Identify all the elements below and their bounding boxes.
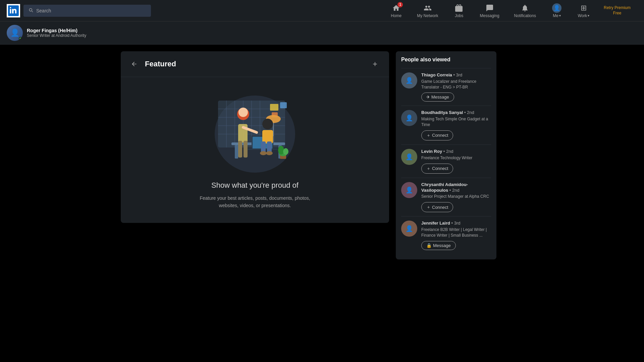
person-info: Boudhaditya Sanyal • 2nd Making Tech Sim… — [421, 110, 491, 140]
nav-work-label: Work ▾ — [578, 13, 590, 18]
connect-button[interactable]: ＋ Connect — [421, 164, 453, 174]
back-button[interactable] — [129, 59, 140, 69]
linkedin-logo[interactable] — [7, 4, 20, 17]
svg-rect-27 — [244, 141, 248, 158]
person-info: Jennifer Laird • 3rd Freelance B2B Write… — [421, 221, 491, 250]
nav-my-network-label: My Network — [417, 13, 438, 18]
message-icon: ✈ — [426, 95, 430, 100]
featured-content: Show what you're proud of Feature your b… — [121, 77, 389, 223]
person-avatar: 👤 — [401, 72, 417, 88]
nav-notifications-label: Notifications — [514, 13, 536, 18]
nav-me-label: Me ▾ — [553, 13, 561, 18]
person-item: 👤 Thiago Correia • 3rd Game Localizer an… — [401, 68, 491, 106]
grid-icon: ⊞ — [581, 4, 587, 12]
nav-me[interactable]: 👤 Me ▾ — [543, 0, 570, 21]
person-degree: • 2nd — [464, 110, 474, 115]
search-icon — [28, 7, 34, 14]
person-degree: • 3rd — [453, 72, 462, 77]
profile-info: Roger Fingas (He/Him) Senior Writer at A… — [27, 28, 86, 38]
profile-name: Roger Fingas (He/Him) — [27, 28, 86, 33]
person-degree: • 2nd — [449, 188, 460, 193]
retry-premium-button[interactable]: Retry Premium Free — [597, 5, 637, 16]
nav-home-label: Home — [391, 13, 401, 18]
svg-point-29 — [262, 119, 273, 129]
search-input[interactable] — [36, 8, 146, 13]
nav-notifications[interactable]: Notifications — [507, 0, 543, 21]
main-content: Featured + — [0, 45, 644, 266]
person-degree: • 3rd — [451, 221, 461, 226]
person-info: Chrysanthi Adamidou-Vasilopoulos • 2nd S… — [421, 182, 491, 213]
connect-button[interactable]: ＋ Connect — [421, 202, 453, 212]
plus-icon: ＋ — [426, 204, 431, 210]
person-title: Senior Project Manager at Alpha CRC — [421, 194, 491, 199]
plus-icon: ＋ — [426, 166, 431, 172]
person-title: Game Localizer and Freelance Translator … — [421, 79, 491, 90]
message-locked-button[interactable]: 🔒 Message — [421, 241, 456, 250]
svg-rect-12 — [270, 104, 278, 111]
featured-illustration — [121, 77, 389, 181]
svg-point-33 — [260, 151, 267, 155]
people-viewed-title: People also viewed — [401, 57, 491, 63]
svg-point-38 — [283, 148, 288, 155]
person-item: 👤 Boudhaditya Sanyal • 2nd Making Tech S… — [401, 106, 491, 144]
add-featured-button[interactable]: + — [369, 58, 381, 70]
message-button[interactable]: ✈ Message — [421, 93, 454, 102]
person-title: Freelance B2B Writer | Legal Writer | Fi… — [421, 227, 491, 238]
featured-header-left: Featured — [129, 59, 176, 69]
featured-cta-title: Show what you're proud of — [211, 181, 299, 190]
person-item: 👤 Jennifer Laird • 3rd Freelance B2B Wri… — [401, 216, 491, 254]
profile-avatar[interactable]: 👤 — [7, 25, 23, 41]
person-item: 👤 Chrysanthi Adamidou-Vasilopoulos • 2nd… — [401, 178, 491, 217]
person-item: 👤 Levin Roy • 2nd Freelance Technology W… — [401, 144, 491, 178]
svg-rect-18 — [235, 145, 238, 159]
retry-premium-sub: Free — [613, 11, 622, 16]
plus-icon: ＋ — [426, 132, 431, 138]
nav-work[interactable]: ⊞ Work ▾ — [570, 0, 597, 21]
person-avatar: 👤 — [401, 149, 417, 165]
person-avatar: 👤 — [401, 182, 417, 198]
me-avatar: 👤 — [552, 3, 561, 13]
person-avatar: 👤 — [401, 221, 417, 237]
home-badge: 1 — [397, 2, 403, 7]
people-also-viewed-card: People also viewed 👤 Thiago Correia • 3r… — [396, 51, 496, 259]
nav-messaging-label: Messaging — [480, 13, 499, 18]
person-title: Making Tech Simple One Gadget at a Time — [421, 116, 491, 128]
profile-bar: 👤 Roger Fingas (He/Him) Senior Writer at… — [0, 21, 644, 45]
featured-container: Featured + — [121, 51, 389, 259]
person-info: Levin Roy • 2nd Freelance Technology Wri… — [421, 149, 491, 174]
svg-point-34 — [266, 151, 273, 155]
nav-jobs[interactable]: Jobs — [446, 0, 473, 21]
svg-point-24 — [238, 108, 248, 117]
header: 1 Home My Network Jobs Messaging — [0, 0, 644, 21]
person-title: Freelance Technology Writer — [421, 155, 491, 161]
person-avatar: 👤 — [401, 110, 417, 126]
person-name: Chrysanthi Adamidou-Vasilopoulos • 2nd — [421, 182, 491, 193]
featured-title: Featured — [145, 60, 176, 68]
lock-icon: 🔒 — [426, 243, 432, 248]
nav-home[interactable]: 1 Home — [383, 0, 410, 21]
retry-premium-label: Retry Premium — [604, 5, 631, 11]
search-bar[interactable] — [23, 5, 151, 17]
person-info: Thiago Correia • 3rd Game Localizer and … — [421, 72, 491, 102]
connect-button[interactable]: ＋ Connect — [421, 130, 453, 140]
person-degree: • 2nd — [443, 149, 453, 154]
online-indicator — [19, 37, 22, 40]
person-name: Jennifer Laird • 3rd — [421, 221, 491, 226]
svg-rect-13 — [280, 102, 287, 108]
nav-my-network[interactable]: My Network — [410, 0, 445, 21]
person-name: Levin Roy • 2nd — [421, 149, 491, 155]
featured-header: Featured + — [121, 51, 389, 77]
featured-cta-subtitle: Feature your best articles, posts, docum… — [191, 194, 319, 209]
svg-rect-26 — [238, 141, 242, 158]
nav-jobs-label: Jobs — [455, 13, 463, 18]
person-name: Boudhaditya Sanyal • 2nd — [421, 110, 491, 116]
right-panel: People also viewed 👤 Thiago Correia • 3r… — [396, 51, 496, 259]
nav-messaging[interactable]: Messaging — [473, 0, 507, 21]
svg-point-37 — [278, 146, 284, 155]
person-name: Thiago Correia • 3rd — [421, 72, 491, 78]
main-nav: 1 Home My Network Jobs Messaging — [383, 0, 637, 21]
profile-title: Senior Writer at Android Authority — [27, 33, 86, 38]
